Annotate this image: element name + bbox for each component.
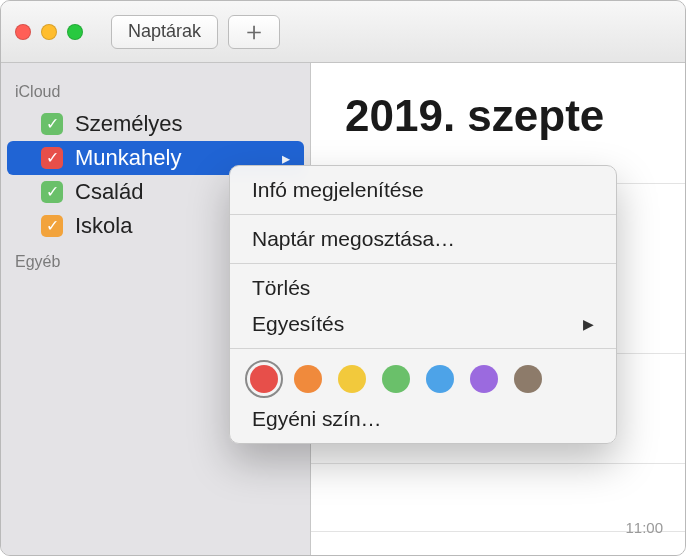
color-swatch-purple[interactable]: [470, 365, 498, 393]
ctx-merge[interactable]: Egyesítés ▶: [230, 306, 616, 342]
color-swatch-orange[interactable]: [294, 365, 322, 393]
checkbox-icon[interactable]: ✓: [41, 181, 63, 203]
ctx-color-row: [230, 355, 616, 401]
plus-icon: ＋: [241, 14, 267, 49]
color-swatch-brown[interactable]: [514, 365, 542, 393]
context-menu: Infó megjelenítése Naptár megosztása… Tö…: [229, 165, 617, 444]
time-label: 11:00: [625, 519, 663, 536]
color-swatch-yellow[interactable]: [338, 365, 366, 393]
calendars-button[interactable]: Naptárak: [111, 15, 218, 49]
add-button[interactable]: ＋: [228, 15, 280, 49]
calendars-button-label: Naptárak: [128, 21, 201, 42]
zoom-icon[interactable]: [67, 24, 83, 40]
sidebar-item-label: Munkahely: [75, 145, 181, 171]
grid-line: [311, 463, 685, 464]
close-icon[interactable]: [15, 24, 31, 40]
window: Naptárak ＋ iCloud ✓ Személyes ✓ Munkahel…: [0, 0, 686, 556]
checkbox-icon[interactable]: ✓: [41, 147, 63, 169]
sidebar-item-personal[interactable]: ✓ Személyes: [1, 107, 310, 141]
color-swatch-blue[interactable]: [426, 365, 454, 393]
ctx-item-label: Infó megjelenítése: [252, 178, 424, 202]
ctx-custom-color[interactable]: Egyéni szín…: [230, 401, 616, 437]
chevron-right-icon: ▶: [583, 316, 594, 332]
ctx-delete[interactable]: Törlés: [230, 270, 616, 306]
color-swatch-red[interactable]: [250, 365, 278, 393]
sidebar-item-label: Iskola: [75, 213, 132, 239]
checkbox-icon[interactable]: ✓: [41, 215, 63, 237]
color-swatch-green[interactable]: [382, 365, 410, 393]
separator: [230, 263, 616, 264]
minimize-icon[interactable]: [41, 24, 57, 40]
checkbox-icon[interactable]: ✓: [41, 113, 63, 135]
ctx-item-label: Egyesítés: [252, 312, 344, 336]
ctx-item-label: Törlés: [252, 276, 310, 300]
separator: [230, 348, 616, 349]
titlebar: Naptárak ＋: [1, 1, 685, 63]
ctx-item-label: Naptár megosztása…: [252, 227, 455, 251]
window-controls: [15, 24, 83, 40]
date-title: 2019. szepte: [311, 63, 685, 151]
sidebar-group-icloud: iCloud: [1, 73, 310, 107]
separator: [230, 214, 616, 215]
sidebar-item-label: Család: [75, 179, 143, 205]
sidebar-item-label: Személyes: [75, 111, 183, 137]
ctx-show-info[interactable]: Infó megjelenítése: [230, 172, 616, 208]
ctx-item-label: Egyéni szín…: [252, 407, 382, 431]
ctx-share-calendar[interactable]: Naptár megosztása…: [230, 221, 616, 257]
